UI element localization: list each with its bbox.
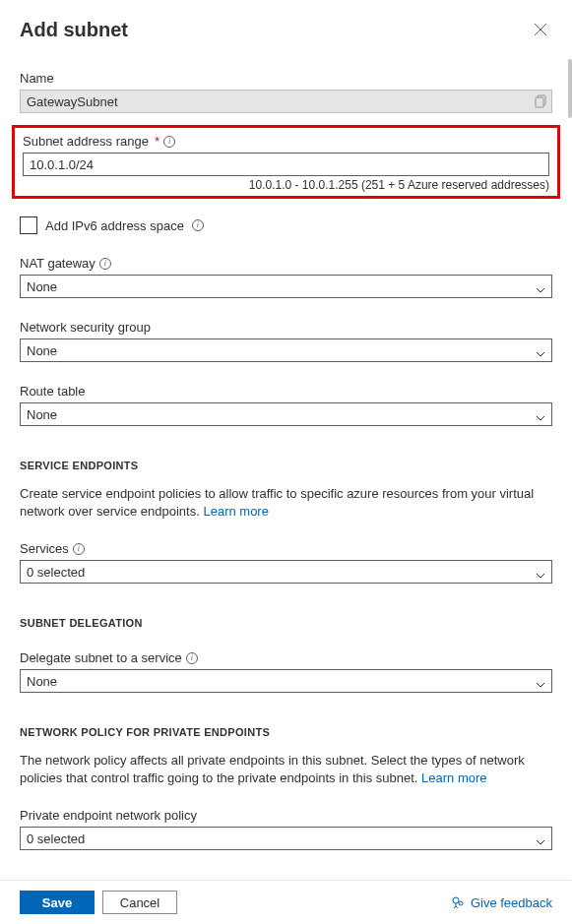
nsg-value: None — [27, 343, 57, 358]
delegation-value: None — [27, 674, 57, 689]
name-label: Name — [20, 71, 552, 86]
nat-gateway-label: NAT gateway — [20, 256, 95, 271]
info-icon[interactable]: i — [186, 652, 198, 664]
feedback-label: Give feedback — [471, 895, 552, 910]
svg-point-3 — [459, 901, 463, 905]
save-button[interactable]: Save — [20, 891, 95, 914]
copy-icon[interactable] — [535, 94, 546, 108]
chevron-down-icon — [536, 345, 545, 355]
page-title: Add subnet — [20, 19, 128, 41]
chevron-down-icon — [536, 281, 545, 291]
learn-more-link[interactable]: Learn more — [421, 770, 486, 785]
services-select[interactable]: 0 selected — [20, 560, 552, 584]
name-input — [20, 90, 552, 113]
service-endpoints-text: Create service endpoint policies to allo… — [20, 486, 534, 519]
chevron-down-icon — [536, 833, 545, 843]
chevron-down-icon — [536, 567, 545, 577]
nat-gateway-value: None — [27, 279, 57, 294]
services-value: 0 selected — [27, 565, 85, 580]
required-asterisk: * — [155, 134, 159, 149]
chevron-down-icon — [536, 409, 545, 419]
network-policy-label: Private endpoint network policy — [20, 808, 552, 823]
network-policy-value: 0 selected — [27, 832, 85, 846]
delegation-label: Delegate subnet to a service — [20, 650, 182, 665]
network-policy-select[interactable]: 0 selected — [20, 827, 552, 850]
network-policy-title: NETWORK POLICY FOR PRIVATE ENDPOINTS — [20, 726, 552, 738]
content-area: Name Subnet address range * i 10.0.1.0 -… — [0, 49, 572, 880]
service-endpoints-title: SERVICE ENDPOINTS — [20, 460, 552, 471]
learn-more-link[interactable]: Learn more — [203, 504, 268, 519]
route-table-label: Route table — [20, 384, 552, 399]
nsg-select[interactable]: None — [20, 339, 552, 362]
network-policy-description: The network policy affects all private e… — [20, 752, 552, 786]
address-range-label: Subnet address range — [23, 134, 149, 149]
nsg-label: Network security group — [20, 320, 552, 335]
delegation-select[interactable]: None — [20, 669, 552, 693]
ipv6-label: Add IPv6 address space — [45, 218, 184, 233]
chevron-down-icon — [536, 676, 545, 686]
cancel-button[interactable]: Cancel — [102, 891, 177, 914]
feedback-icon — [451, 895, 465, 909]
address-range-highlight: Subnet address range * i 10.0.1.0 - 10.0… — [12, 125, 560, 199]
info-icon[interactable]: i — [73, 543, 85, 555]
svg-rect-1 — [536, 97, 543, 107]
service-endpoints-description: Create service endpoint policies to allo… — [20, 485, 552, 520]
nat-gateway-select[interactable]: None — [20, 275, 552, 298]
close-icon — [534, 23, 547, 36]
info-icon[interactable]: i — [99, 258, 111, 270]
info-icon[interactable]: i — [163, 136, 175, 148]
svg-point-2 — [453, 897, 459, 903]
services-label: Services — [20, 541, 69, 556]
info-icon[interactable]: i — [192, 219, 204, 231]
address-range-input[interactable] — [23, 153, 549, 176]
address-range-hint: 10.0.1.0 - 10.0.1.255 (251 + 5 Azure res… — [23, 178, 549, 192]
ipv6-checkbox[interactable] — [20, 216, 37, 234]
scrollbar-thumb[interactable] — [568, 59, 572, 118]
route-table-select[interactable]: None — [20, 402, 552, 426]
close-button[interactable] — [529, 18, 552, 41]
route-table-value: None — [27, 407, 57, 422]
delegation-title: SUBNET DELEGATION — [20, 617, 552, 629]
give-feedback-link[interactable]: Give feedback — [451, 895, 552, 910]
